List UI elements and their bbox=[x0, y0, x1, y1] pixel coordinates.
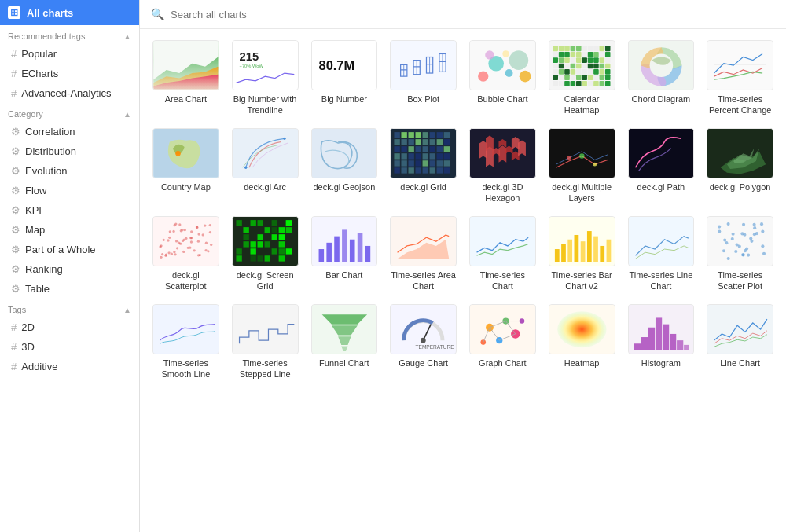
chart-card[interactable]: Graph Chart bbox=[466, 301, 539, 383]
svg-rect-346 bbox=[670, 334, 676, 350]
svg-rect-241 bbox=[285, 227, 291, 233]
svg-rect-148 bbox=[423, 160, 428, 166]
chart-card[interactable]: Area Chart bbox=[149, 37, 222, 119]
svg-point-193 bbox=[161, 253, 163, 255]
all-charts-label: All charts bbox=[27, 7, 73, 19]
sidebar-category-item[interactable]: ⚙Correlation bbox=[0, 122, 139, 141]
chart-label: deck.gl Geojson bbox=[313, 182, 375, 193]
chart-thumbnail bbox=[152, 40, 219, 90]
svg-point-197 bbox=[209, 224, 211, 226]
chart-label: Histogram bbox=[641, 358, 681, 369]
chart-card[interactable]: deck.gl Grid bbox=[387, 125, 460, 207]
chart-thumbnail bbox=[628, 304, 695, 354]
chart-card[interactable]: Bubble Chart bbox=[466, 37, 539, 119]
chart-card[interactable]: Time-series Area Chart bbox=[387, 213, 460, 295]
svg-rect-234 bbox=[257, 220, 263, 226]
chart-label: Time-series Stepped Line bbox=[232, 358, 299, 380]
svg-rect-70 bbox=[605, 64, 611, 69]
sidebar-category-item[interactable]: ⚙Ranking bbox=[0, 259, 139, 279]
svg-point-27 bbox=[502, 50, 509, 57]
category-icon: ⚙ bbox=[11, 126, 20, 138]
svg-rect-112 bbox=[395, 132, 400, 138]
sidebar-category-item[interactable]: ⚙Evolution bbox=[0, 161, 139, 181]
sidebar-category-item[interactable]: ⚙Distribution bbox=[0, 141, 139, 161]
chart-thumbnail bbox=[390, 216, 457, 266]
svg-point-204 bbox=[180, 229, 182, 232]
chart-thumbnail: TEMPERATURE bbox=[390, 304, 457, 354]
chart-card[interactable]: deck.gl 3D Hexagon bbox=[466, 125, 539, 207]
chart-card[interactable]: Country Map bbox=[149, 125, 222, 207]
svg-rect-87 bbox=[588, 75, 593, 81]
sidebar-bottom-tag-item[interactable]: #2D bbox=[0, 317, 139, 337]
chart-label: Gauge Chart bbox=[399, 358, 448, 369]
chart-card[interactable]: Bar Chart bbox=[308, 213, 381, 295]
chart-card[interactable]: Calendar Heatmap bbox=[545, 37, 619, 119]
svg-rect-123 bbox=[416, 139, 421, 145]
svg-rect-94 bbox=[570, 81, 575, 86]
svg-rect-52 bbox=[559, 57, 564, 63]
chart-card[interactable]: deck.gl Path bbox=[625, 125, 698, 207]
chart-card[interactable]: deck.gl Polygon bbox=[703, 125, 777, 207]
svg-rect-124 bbox=[423, 139, 428, 145]
chart-card[interactable]: deck.gl Scatterplot bbox=[149, 213, 222, 295]
chart-card[interactable]: Histogram bbox=[625, 301, 698, 383]
categories-list: ⚙Correlation⚙Distribution⚙Evolution⚙Flow… bbox=[0, 122, 139, 299]
chart-card[interactable]: Line Chart bbox=[703, 301, 777, 383]
chart-card[interactable]: deck.gl Screen Grid bbox=[229, 213, 302, 295]
svg-rect-345 bbox=[663, 325, 669, 350]
svg-point-172 bbox=[567, 156, 571, 160]
sidebar-tag-item[interactable]: #Popular bbox=[0, 44, 139, 64]
svg-point-303 bbox=[718, 230, 721, 233]
svg-rect-342 bbox=[641, 338, 647, 350]
svg-point-291 bbox=[753, 226, 756, 229]
chart-thumbnail bbox=[707, 40, 773, 90]
chart-card[interactable]: Time-series Chart bbox=[466, 213, 539, 295]
svg-rect-349 bbox=[708, 305, 773, 354]
chart-card[interactable]: TEMPERATURE Gauge Chart bbox=[387, 301, 460, 383]
svg-rect-122 bbox=[409, 139, 414, 145]
svg-point-192 bbox=[190, 241, 193, 244]
chart-card[interactable]: deck.gl Arc bbox=[229, 125, 302, 207]
sidebar-category-item[interactable]: ⚙Map bbox=[0, 220, 139, 240]
chart-card[interactable]: Time-series Stepped Line bbox=[229, 301, 302, 383]
category-icon: ⚙ bbox=[11, 244, 20, 255]
svg-point-296 bbox=[722, 250, 725, 253]
svg-rect-119 bbox=[444, 132, 450, 138]
chart-card[interactable]: deck.gl Geojson bbox=[308, 125, 381, 207]
svg-point-228 bbox=[184, 229, 186, 231]
chart-card[interactable]: Time-series Smooth Line bbox=[149, 301, 222, 383]
chart-card[interactable]: Time-series Line Chart bbox=[625, 213, 698, 295]
svg-point-290 bbox=[734, 250, 737, 253]
chart-card[interactable]: 215 +70% WoW Big Number with Trendline bbox=[229, 37, 302, 119]
svg-rect-46 bbox=[582, 52, 587, 57]
sidebar-bottom-tag-item[interactable]: #Additive bbox=[0, 357, 139, 376]
svg-rect-147 bbox=[416, 160, 421, 166]
chart-card[interactable]: deck.gl Multiple Layers bbox=[545, 125, 619, 207]
svg-rect-117 bbox=[430, 132, 435, 138]
chart-card[interactable]: Chord Diagram bbox=[625, 37, 698, 119]
svg-point-226 bbox=[173, 251, 175, 253]
chart-card[interactable]: 80.7M Big Number bbox=[308, 37, 381, 119]
chart-card[interactable]: Time-series Percent Change bbox=[703, 37, 777, 119]
search-input[interactable] bbox=[171, 9, 775, 20]
sidebar-bottom-tag-item[interactable]: #3D bbox=[0, 337, 139, 357]
svg-rect-243 bbox=[257, 234, 263, 240]
chart-card[interactable]: Time-series Scatter Plot bbox=[703, 213, 777, 295]
chart-card[interactable]: Funnel Chart bbox=[308, 301, 381, 383]
svg-rect-128 bbox=[395, 146, 400, 152]
chart-card[interactable]: Heatmap bbox=[545, 301, 619, 383]
chart-label: deck.gl Grid bbox=[400, 182, 446, 193]
sidebar-tag-item[interactable]: #Advanced-Analytics bbox=[0, 83, 139, 103]
sidebar-category-item[interactable]: ⚙Table bbox=[0, 279, 139, 299]
sidebar-category-item[interactable]: ⚙Flow bbox=[0, 181, 139, 200]
chart-card[interactable]: Box Plot bbox=[387, 37, 460, 119]
svg-rect-150 bbox=[437, 160, 443, 166]
all-charts-item[interactable]: All charts bbox=[0, 0, 139, 25]
sidebar-tag-item[interactable]: #ECharts bbox=[0, 64, 139, 83]
sidebar-category-item[interactable]: ⚙Part of a Whole bbox=[0, 240, 139, 259]
sidebar-category-item[interactable]: ⚙KPI bbox=[0, 200, 139, 220]
svg-rect-120 bbox=[395, 139, 400, 145]
svg-point-188 bbox=[168, 237, 171, 239]
chart-card[interactable]: Time-series Bar Chart v2 bbox=[545, 213, 619, 295]
category-icon: ⚙ bbox=[11, 185, 20, 196]
